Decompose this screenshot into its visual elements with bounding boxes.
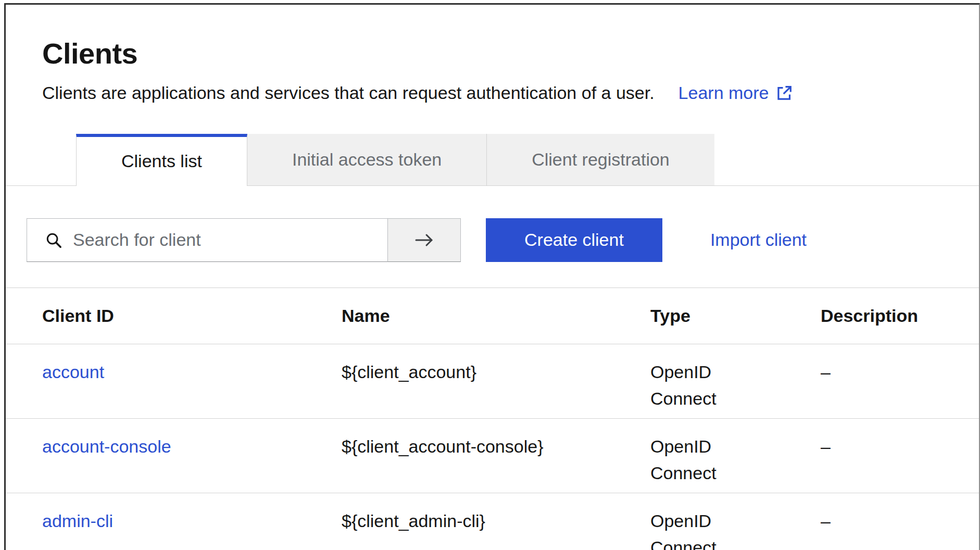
client-type-cell: OpenID Connect — [650, 508, 739, 550]
learn-more-link[interactable]: Learn more — [679, 81, 793, 106]
client-id-link[interactable]: admin-cli — [42, 511, 113, 531]
learn-more-label: Learn more — [679, 81, 769, 106]
client-id-link[interactable]: account — [42, 362, 104, 382]
clients-page: Clients Clients are applications and ser… — [4, 3, 980, 550]
tabs-right-spacer — [714, 134, 979, 186]
create-client-button[interactable]: Create client — [486, 218, 662, 262]
page-description: Clients are applications and services th… — [42, 81, 655, 106]
import-client-link[interactable]: Import client — [710, 230, 807, 250]
tabs: Clients list Initial access token Client… — [6, 134, 979, 186]
search-box — [27, 218, 388, 262]
client-type-cell: OpenID Connect — [650, 359, 739, 412]
client-id-link[interactable]: account-console — [42, 436, 171, 456]
table-header-row: Client ID Name Type Description — [6, 288, 979, 344]
tabs-left-spacer — [6, 134, 76, 186]
tab-initial-access-token[interactable]: Initial access token — [247, 134, 486, 186]
page-description-row: Clients are applications and services th… — [42, 81, 943, 106]
tab-label: Initial access token — [292, 149, 442, 170]
client-name-cell: ${client_admin-cli} — [305, 493, 614, 550]
client-name-cell: ${client_account-console} — [305, 418, 614, 493]
client-name-cell: ${client_account} — [305, 344, 614, 418]
client-description-cell: – — [784, 493, 979, 550]
table-row: account ${client_account} OpenID Connect… — [6, 344, 979, 418]
column-header-type: Type — [614, 288, 784, 344]
search-input[interactable] — [73, 230, 387, 250]
table-row: account-console ${client_account-console… — [6, 418, 979, 493]
client-type-cell: OpenID Connect — [650, 433, 739, 486]
column-header-name: Name — [305, 288, 614, 344]
tab-client-registration[interactable]: Client registration — [486, 134, 714, 186]
toolbar: Create client Import client — [27, 218, 979, 262]
page-title: Clients — [42, 37, 943, 70]
search-submit-button[interactable] — [388, 218, 461, 262]
clients-table: Client ID Name Type Description account … — [6, 288, 979, 550]
tab-label: Client registration — [532, 149, 670, 170]
tab-clients-list[interactable]: Clients list — [76, 134, 247, 186]
search-icon — [45, 231, 62, 249]
column-header-description: Description — [784, 288, 979, 344]
tab-label: Clients list — [121, 151, 202, 171]
search-group — [27, 218, 461, 262]
client-description-cell: – — [784, 418, 979, 493]
column-header-client-id: Client ID — [6, 288, 305, 344]
table-row: admin-cli ${client_admin-cli} OpenID Con… — [6, 493, 979, 550]
page-header: Clients Clients are applications and ser… — [6, 5, 979, 106]
arrow-right-icon — [412, 232, 436, 248]
external-link-icon — [776, 85, 793, 102]
client-description-cell: – — [784, 344, 979, 418]
